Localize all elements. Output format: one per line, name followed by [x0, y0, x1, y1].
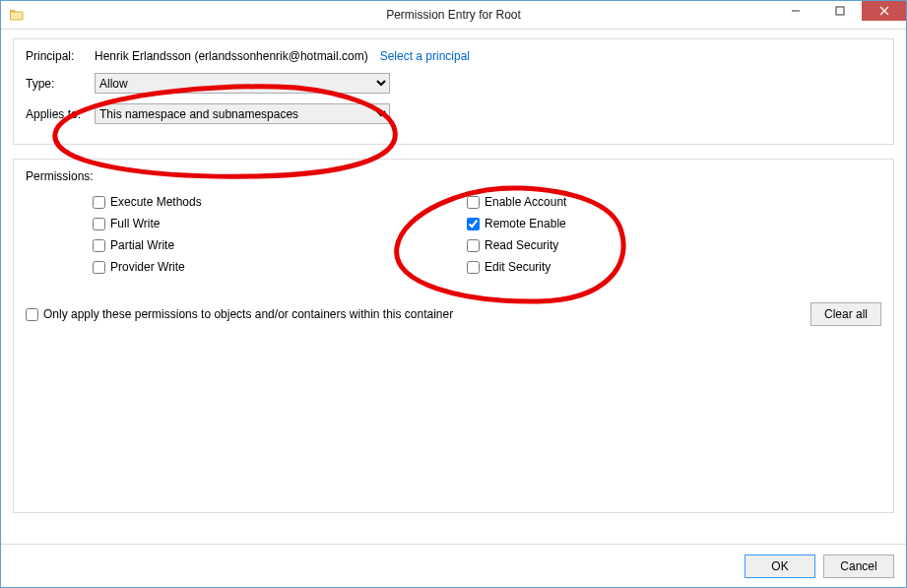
perm-execute-methods-checkbox[interactable] — [93, 196, 105, 209]
type-select[interactable]: Allow — [95, 73, 390, 94]
ok-button[interactable]: OK — [745, 555, 815, 578]
window: Permission Entry for Root Principal: Hen… — [0, 0, 907, 588]
perm-enable-account[interactable]: Enable Account — [467, 193, 774, 211]
perm-full-write-checkbox[interactable] — [93, 218, 105, 230]
perm-read-security[interactable]: Read Security — [467, 236, 774, 254]
applies-to-select[interactable]: This namespace and subnamespaces — [95, 103, 390, 124]
only-apply-checkbox[interactable] — [26, 308, 38, 321]
clear-all-button[interactable]: Clear all — [810, 302, 881, 326]
permissions-col-left: Execute Methods Full Write Partial Write… — [26, 193, 400, 276]
only-apply-row[interactable]: Only apply these permissions to objects … — [26, 307, 453, 321]
perm-execute-methods[interactable]: Execute Methods — [93, 193, 400, 211]
dialog-button-bar: OK Cancel — [1, 544, 906, 587]
permissions-group: Permissions: Execute Methods Full Write … — [13, 159, 894, 513]
perm-label-text: Remote Enable — [485, 217, 566, 230]
permissions-columns: Execute Methods Full Write Partial Write… — [26, 193, 881, 276]
perm-edit-security[interactable]: Edit Security — [467, 258, 774, 276]
perm-provider-write[interactable]: Provider Write — [93, 258, 400, 276]
perm-label-text: Enable Account — [485, 195, 566, 209]
close-button[interactable] — [862, 1, 906, 21]
perm-full-write[interactable]: Full Write — [93, 215, 400, 232]
perm-label-text: Edit Security — [485, 260, 551, 274]
perm-enable-account-checkbox[interactable] — [467, 196, 480, 209]
perm-partial-write-checkbox[interactable] — [93, 239, 105, 252]
perm-remote-enable-checkbox[interactable] — [467, 218, 480, 230]
cancel-button[interactable]: Cancel — [823, 555, 894, 578]
principal-group: Principal: Henrik Erlandsson (erlandsson… — [13, 38, 894, 145]
permissions-col-right: Enable Account Remote Enable Read Securi… — [400, 193, 774, 276]
principal-label: Principal: — [26, 49, 95, 63]
client-area: Principal: Henrik Erlandsson (erlandsson… — [1, 29, 906, 587]
type-label: Type: — [26, 77, 95, 91]
window-title: Permission Entry for Root — [1, 8, 906, 22]
only-apply-label: Only apply these permissions to objects … — [43, 307, 453, 321]
perm-label-text: Partial Write — [110, 238, 174, 252]
folder-icon — [9, 7, 25, 23]
perm-label-text: Provider Write — [110, 260, 185, 274]
applies-to-label: Applies to: — [26, 107, 95, 121]
caption-buttons — [773, 1, 906, 21]
perm-remote-enable[interactable]: Remote Enable — [467, 215, 774, 232]
titlebar: Permission Entry for Root — [1, 1, 906, 30]
perm-label-text: Full Write — [110, 217, 160, 230]
maximize-button[interactable] — [817, 1, 862, 21]
perm-provider-write-checkbox[interactable] — [93, 261, 105, 274]
principal-value: Henrik Erlandsson (erlandssonhenrik@hotm… — [95, 49, 368, 63]
permissions-label: Permissions: — [26, 169, 881, 183]
perm-label-text: Execute Methods — [110, 195, 202, 209]
svg-rect-1 — [836, 7, 844, 15]
perm-read-security-checkbox[interactable] — [467, 239, 480, 252]
perm-partial-write[interactable]: Partial Write — [93, 236, 400, 254]
perm-label-text: Read Security — [485, 238, 558, 252]
minimize-button[interactable] — [773, 1, 817, 21]
perm-edit-security-checkbox[interactable] — [467, 261, 480, 274]
select-principal-link[interactable]: Select a principal — [380, 49, 470, 63]
